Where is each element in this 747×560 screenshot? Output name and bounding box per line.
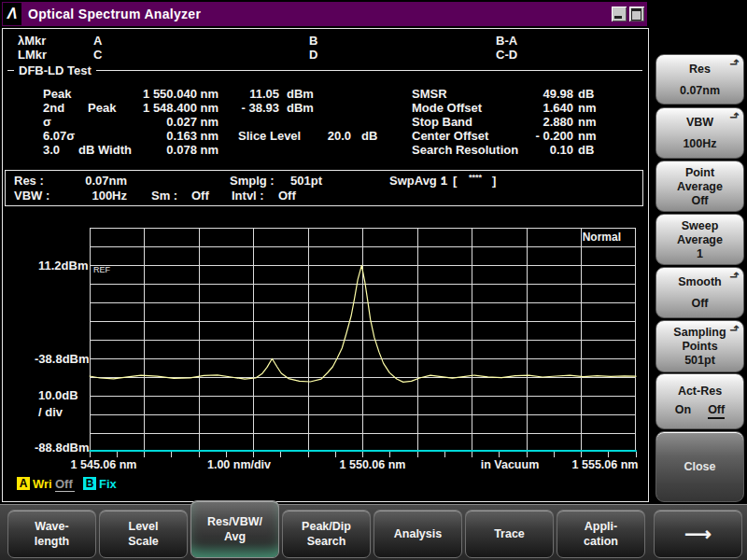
slice-level-label: Slice Level [238, 129, 301, 143]
close-button[interactable]: Close [655, 431, 744, 502]
menu-analysis-label: Analysis [394, 526, 442, 541]
y-label-ref: 11.2dBm [38, 259, 88, 273]
submenu-arrow-icon: ↳ [728, 324, 741, 333]
bottom-menu-bar: Wave- length Level Scale Res/VBW/ Avg Pe… [0, 504, 747, 560]
x-label-medium: in Vacuum [481, 458, 540, 471]
sampling-points-line1: Sampling [673, 326, 726, 339]
smsr-unit: dB [578, 87, 594, 101]
sweep-status-box: Res : 0.07nm Smplg : 501pt SwpAvg : 1 [ … [5, 170, 643, 206]
point-average-line2: Average [677, 180, 723, 193]
point-average-button[interactable]: Point Average Off [655, 161, 744, 212]
act-res-on[interactable]: On [675, 403, 691, 419]
submenu-arrow-icon: ↳ [728, 58, 741, 67]
peak-label: Peak [43, 87, 71, 101]
sampling-status-value: 501pt [290, 174, 322, 188]
trace-a-state: Off [55, 477, 75, 492]
sigma-value: 0.027 nm [113, 115, 218, 129]
center-offset-label: Center Offset [412, 129, 488, 143]
second-peak-level-unit: dBm [287, 101, 314, 115]
menu-trace[interactable]: Trace [465, 510, 554, 558]
sweep-avg-label: SwpAvg : [389, 174, 444, 188]
spectrum-plot-area: Normal REF [90, 228, 636, 461]
smsr-value: 49.98 [496, 87, 573, 101]
menu-next-page[interactable]: ⟶ [654, 510, 742, 558]
menu-analysis[interactable]: Analysis [374, 510, 462, 558]
search-resolution-unit: dB [578, 143, 594, 157]
marker-a: A [93, 34, 102, 48]
analysis-row-6sigma: 6.07σ 0.163 nm Slice Level 20.0 dB Cente… [3, 129, 646, 143]
trace-legend: A Wri Off B Fix [3, 477, 646, 492]
y-label-scale-div: / div [38, 405, 63, 419]
analysis-row-sigma: σ 0.027 nm Stop Band 2.880 nm [3, 115, 646, 129]
peak-level: 11.05 [225, 87, 279, 101]
side-menu: ↳ Res 0.07nm ↳ VBW 100Hz Point Average O… [649, 0, 747, 504]
second-peak-label: 2nd [43, 101, 64, 115]
menu-application[interactable]: Appli- cation [557, 510, 645, 558]
minimize-button[interactable] [612, 7, 627, 21]
analysis-row-2nd-peak: 2nd Peak 1 548.400 nm - 38.93 dBm Mode O… [3, 101, 646, 115]
stop-band-label: Stop Band [412, 115, 472, 129]
smooth-button[interactable]: ↳ Smooth Off [655, 267, 744, 318]
trace-b-badge[interactable]: B [83, 477, 96, 490]
mode-offset-unit: nm [578, 101, 597, 115]
sampling-points-value: 501pt [684, 354, 715, 367]
y-label-mid: -38.8dBm [35, 352, 90, 366]
sampling-points-button[interactable]: ↳ Sampling Points 501pt [655, 320, 744, 372]
trace-a-badge[interactable]: A [17, 477, 30, 490]
peak-level-unit: dBm [287, 87, 314, 101]
trace-b-mode: Fix [99, 477, 117, 491]
smsr-label: SMSR [412, 87, 447, 101]
vbw-button-label: VBW [686, 116, 713, 129]
submenu-arrow-icon: ↳ [728, 111, 741, 120]
menu-level-scale[interactable]: Level Scale [99, 510, 188, 558]
stop-band-value: 2.880 [496, 115, 573, 129]
vbw-status-label: VBW : [14, 189, 49, 203]
sweep-average-line1: Sweep [682, 219, 719, 232]
res-status-value: 0.07nm [57, 174, 127, 188]
main-display: λMkr A B B-A LMkr C D C-D DFB-LD Test Pe… [2, 28, 649, 502]
mode-offset-value: 1.640 [496, 101, 573, 115]
marker-b-a: B-A [496, 34, 517, 48]
x-label-stop: 1 555.06 nm [572, 458, 639, 471]
interval-status-value: Off [278, 189, 296, 203]
menu-res-vbw-avg-line2: Avg [224, 529, 246, 544]
menu-wavelength-line2: length [35, 534, 70, 549]
act-res-off[interactable]: Off [708, 403, 725, 419]
menu-peak-dip-line1: Peak/Dip [302, 519, 351, 534]
vbw-button-value: 100Hz [683, 137, 716, 150]
status-row-1: Res : 0.07nm Smplg : 501pt SwpAvg : 1 [ … [6, 174, 641, 188]
db-width-value: 0.078 nm [113, 143, 218, 157]
maximize-button[interactable] [629, 7, 644, 21]
res-button-label: Res [689, 63, 711, 76]
sweep-average-button[interactable]: Sweep Average 1 [655, 214, 744, 265]
peak-wavelength: 1 550.040 nm [113, 87, 218, 101]
sweep-average-line2: Average [677, 233, 723, 246]
x-axis-labels: 1 545.06 nm 1.00 nm/div 1 550.06 nm in V… [3, 458, 646, 473]
six-sigma-value: 0.163 nm [113, 129, 218, 143]
x-label-div: 1.00 nm/div [207, 458, 271, 471]
slice-level-value: 20.0 [311, 129, 351, 143]
sigma-label: σ [43, 115, 51, 129]
analysis-title: DFB-LD Test [14, 63, 96, 77]
anritsu-logo-icon: Λ [3, 3, 21, 25]
maximize-icon [631, 8, 641, 21]
menu-res-vbw-avg[interactable]: Res/VBW/ Avg [190, 500, 279, 558]
group-box-rule [7, 70, 642, 71]
mode-offset-label: Mode Offset [412, 101, 482, 115]
res-button[interactable]: ↳ Res 0.07nm [655, 54, 744, 105]
menu-peak-dip-search[interactable]: Peak/Dip Search [282, 510, 371, 558]
lambda-marker-label: λMkr [18, 34, 46, 48]
center-offset-value: - 0.200 [496, 129, 573, 143]
sweep-avg-stars: **** [469, 173, 482, 182]
title-bar-fill: Λ Optical Spectrum Analyzer [2, 2, 647, 26]
vbw-button[interactable]: ↳ VBW 100Hz [655, 107, 744, 159]
sampling-points-line2: Points [682, 340, 717, 353]
point-average-value: Off [691, 194, 708, 207]
menu-wavelength[interactable]: Wave- length [7, 510, 96, 558]
res-button-value: 0.07nm [680, 84, 720, 97]
slice-level-unit: dB [361, 129, 377, 143]
submenu-arrow-icon: ↳ [728, 271, 741, 280]
menu-wavelength-line1: Wave- [35, 519, 68, 534]
close-button-label: Close [684, 460, 715, 473]
act-res-button[interactable]: Act-Res On Off [655, 373, 744, 429]
